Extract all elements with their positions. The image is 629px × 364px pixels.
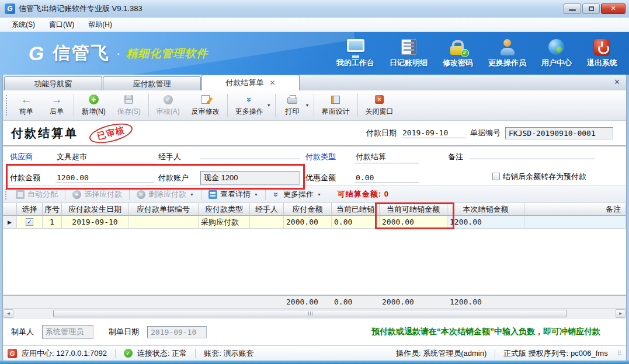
settleable-amount: 可结算金额: 0 — [338, 189, 389, 200]
save-button[interactable]: 保存(S) — [112, 90, 147, 120]
view-detail-button[interactable]: 查看详情 ▼ — [204, 187, 263, 201]
menu-system[interactable]: 系统(S) — [6, 18, 41, 32]
chevrons-icon: » — [272, 191, 281, 198]
grid-more-operations-button[interactable]: » 更多操作 ▼ — [268, 187, 326, 201]
col-select[interactable]: 选择 — [17, 203, 43, 216]
tab-payables[interactable]: 应付款管理 — [103, 76, 201, 90]
col-type[interactable]: 应付款类型 — [199, 203, 250, 216]
status-account-set: 账套: 演示账套 — [204, 348, 253, 359]
col-current-settle[interactable]: 本次结销金额 — [447, 203, 524, 216]
col-remark[interactable]: 备注 — [524, 203, 626, 216]
creator-label: 制单人 — [11, 327, 34, 337]
next-doc-button[interactable]: → 后单 — [41, 90, 72, 120]
banner-action-change-password[interactable]: ✓ 修改密码 — [443, 39, 473, 68]
delete-circle-icon: ✕ — [137, 190, 145, 199]
amount-field[interactable]: 1200.00 — [55, 173, 154, 183]
create-date-field: 2019-09-10 — [147, 326, 207, 338]
title-bar: G 信管飞出纳记账软件专业版 V9.1.383 ✕ — [0, 0, 629, 18]
supplier-field[interactable]: 文具超市 — [55, 151, 154, 163]
menu-window[interactable]: 窗口(W) — [43, 18, 80, 32]
tab-payment-settlement[interactable]: 付款结算单 ✕ — [201, 75, 300, 90]
banner-action-exit[interactable]: 退出系统 — [587, 39, 617, 68]
cell-date: 2019-09-10 — [62, 216, 128, 229]
form-area: 供应商 文具超市 经手人 付款类型 付款结算 备注 付款金额 1200.00 付… — [3, 146, 626, 186]
close-window-icon: ✕ — [375, 95, 384, 104]
account-label: 付款账户 — [158, 173, 200, 183]
summary-available: 2000.00 — [380, 296, 447, 308]
col-available[interactable]: 当前可结销金额 — [380, 203, 447, 216]
workbench-monitor-icon — [347, 39, 364, 52]
pay-type-field[interactable]: 付款结算 — [355, 151, 419, 163]
dropdown-caret-icon[interactable]: ▼ — [267, 103, 271, 107]
discount-field[interactable]: 0.00 — [355, 173, 419, 183]
new-button[interactable]: + 新增(N) — [76, 90, 112, 120]
arrow-left-icon: ← — [21, 94, 32, 105]
banner-action-workbench[interactable]: 我的工作台 — [336, 39, 374, 68]
col-settled[interactable]: 当前已结销 — [332, 203, 380, 216]
banner-action-user-center[interactable]: 用户中心 — [541, 39, 572, 68]
toolbar-grip[interactable] — [6, 95, 10, 116]
handler-field[interactable] — [200, 158, 300, 159]
select-payable-button[interactable]: + 选择应付款 — [68, 187, 127, 201]
print-button[interactable]: 打印 — [277, 93, 308, 118]
audit-button[interactable]: ✓ 审核(A) — [151, 90, 186, 120]
col-seq[interactable]: 序号 — [43, 203, 62, 216]
discount-label: 优惠金额 — [305, 173, 355, 183]
close-button[interactable]: ✕ — [601, 4, 625, 14]
supplier-label[interactable]: 供应商 — [10, 152, 55, 162]
scroll-right-icon[interactable]: ► — [616, 309, 625, 318]
window-bottom-edge — [0, 360, 629, 364]
banner-action-journal[interactable]: 日记账明细 — [390, 39, 428, 68]
horizontal-scrollbar[interactable]: ◄ ► — [3, 308, 626, 318]
connection-ok-icon: ✓ — [124, 349, 133, 358]
payment-date-field[interactable]: 2019-09-10 — [401, 128, 465, 138]
payables-table: 选择 序号 应付款发生日期 应付款单据编号 应付款类型 经手人 应付金额 当前已… — [3, 203, 626, 308]
col-doc-no[interactable]: 应付款单据编号 — [128, 203, 199, 216]
tab-strip: 功能导航窗 应付款管理 付款结算单 ✕ ✕ — [3, 75, 626, 90]
ui-design-button[interactable]: 界面设计 — [316, 90, 356, 120]
status-license: 正式版 授权序列号: pc006_fms — [503, 348, 607, 359]
arrow-right-icon: → — [51, 94, 62, 105]
transfer-prepaid-label: 结销后余额转存为预付款 — [503, 172, 586, 182]
col-date[interactable]: 应付款发生日期 — [62, 203, 128, 216]
auto-assign-button[interactable]: 自动分配 — [11, 187, 62, 201]
edit-icon — [201, 95, 210, 104]
banner-action-switch-operator[interactable]: 更换操作员 — [488, 39, 526, 68]
journal-icon — [401, 39, 416, 55]
brand-dot: · — [116, 46, 120, 61]
document-header: 付款结算单 已审核 付款日期 2019-09-10 单据编号 FKJSD-201… — [3, 121, 626, 146]
remark-field[interactable] — [469, 158, 595, 159]
minimize-button[interactable] — [564, 4, 581, 14]
cell-current-settle[interactable]: 1200.00 — [447, 216, 524, 229]
menu-bar: 系统(S) 窗口(W) 帮助(H) — [0, 18, 629, 32]
resize-grip-icon[interactable]: ⠿ — [617, 350, 621, 356]
tab-navigation[interactable]: 功能导航窗 — [4, 76, 102, 90]
grid-toolbar-grip[interactable] — [5, 189, 9, 200]
scrollbar-thumb[interactable] — [53, 310, 567, 317]
close-window-button[interactable]: ✕ 关闭窗口 — [360, 90, 399, 120]
power-icon — [594, 39, 610, 55]
more-operations-button[interactable]: » 更多操作 — [230, 93, 269, 118]
tabstrip-close-icon[interactable]: ✕ — [614, 78, 620, 86]
dropdown-caret-icon[interactable]: ▼ — [305, 103, 310, 107]
dropdown-caret-icon: ▼ — [254, 192, 258, 197]
table-row[interactable]: ▶ ✓ 1 2019-09-10 采购应付款 2000.00 0.00 2000… — [3, 216, 626, 229]
menu-help[interactable]: 帮助(H) — [82, 18, 118, 32]
amount-label: 付款金额 — [10, 173, 55, 183]
row-checkbox[interactable]: ✓ — [26, 218, 33, 226]
unaudit-button[interactable]: 反审修改 — [186, 90, 225, 120]
transfer-prepaid-checkbox[interactable]: 结销后余额转存为预付款 — [492, 172, 586, 182]
status-app-center: 应用中心: 127.0.0.1:7092 — [22, 348, 107, 359]
scroll-left-icon[interactable]: ◄ — [4, 309, 13, 318]
tab-close-icon[interactable]: ✕ — [269, 79, 275, 87]
prev-doc-button[interactable]: ← 前单 — [11, 90, 41, 120]
save-icon — [124, 95, 133, 104]
pay-type-label[interactable]: 付款类型 — [305, 152, 355, 162]
account-field[interactable]: 现金 1200 — [200, 171, 300, 185]
col-amount[interactable]: 应付金额 — [284, 203, 332, 216]
cell-seq: 1 — [43, 216, 62, 229]
delete-payable-button[interactable]: ✕ 删除应付款 ▼ — [132, 187, 199, 201]
col-handler[interactable]: 经手人 — [250, 203, 284, 216]
maximize-button[interactable] — [582, 4, 600, 14]
handler-label: 经手人 — [158, 152, 200, 162]
